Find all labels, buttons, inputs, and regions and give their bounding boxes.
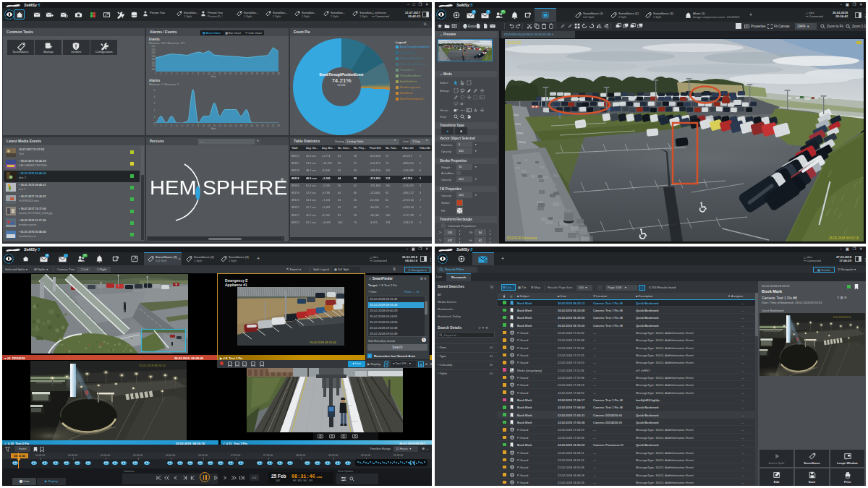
- svg-text:8: 8: [197, 72, 199, 75]
- svg-text:2: 2: [166, 72, 167, 75]
- svg-text:9: 9: [203, 124, 205, 127]
- svg-text:0: 0: [156, 124, 156, 127]
- svg-text:18: 18: [250, 72, 253, 75]
- svg-text:13: 13: [224, 72, 226, 75]
- svg-text:4: 4: [176, 124, 178, 127]
- svg-text:20: 20: [261, 124, 264, 127]
- svg-text:1: 1: [154, 116, 156, 119]
- svg-text:0: 0: [156, 72, 156, 75]
- svg-text:2: 2: [166, 124, 167, 127]
- svg-text:21: 21: [267, 124, 270, 127]
- svg-text:6: 6: [187, 124, 188, 127]
- svg-text:22: 22: [272, 124, 275, 127]
- svg-text:2: 2: [154, 109, 156, 112]
- svg-text:4: 4: [176, 72, 178, 75]
- svg-text:10: 10: [208, 124, 210, 127]
- svg-text:19: 19: [256, 72, 259, 75]
- svg-text:400: 400: [151, 58, 155, 61]
- svg-text:21: 21: [267, 72, 270, 75]
- svg-text:8: 8: [197, 124, 199, 127]
- svg-text:300: 300: [151, 61, 155, 64]
- svg-text:12: 12: [218, 72, 221, 75]
- svg-text:19: 19: [256, 124, 259, 127]
- svg-text:6: 6: [187, 72, 188, 75]
- svg-text:100: 100: [151, 68, 155, 71]
- svg-text:600: 600: [151, 51, 155, 54]
- svg-text:17: 17: [245, 124, 248, 127]
- svg-text:25.02.2018 08:26:10: 25.02.2018 08:26:10: [139, 364, 166, 367]
- svg-text:DDZ4230: DDZ4230: [507, 41, 522, 45]
- svg-text:4: 4: [154, 95, 156, 98]
- svg-text:5: 5: [154, 89, 156, 92]
- svg-text:13: 13: [224, 124, 226, 127]
- svg-text:7: 7: [192, 124, 194, 127]
- svg-text:15: 15: [234, 72, 237, 75]
- svg-text:26.02.2018 09:03:19: 26.02.2018 09:03:19: [829, 236, 859, 240]
- svg-text:DDZ4230 Panomera: DDZ4230 Panomera: [507, 236, 537, 240]
- svg-text:5: 5: [182, 72, 183, 75]
- svg-text:10: 10: [208, 72, 210, 75]
- svg-text:23: 23: [277, 124, 280, 127]
- svg-text:14: 14: [229, 124, 232, 127]
- svg-text:3: 3: [171, 72, 172, 75]
- svg-text:200: 200: [151, 64, 155, 67]
- svg-text:1: 1: [161, 72, 162, 75]
- svg-text:17: 17: [245, 72, 248, 75]
- svg-text:500: 500: [151, 55, 155, 58]
- svg-text:3: 3: [171, 124, 172, 127]
- svg-text:16: 16: [240, 72, 243, 75]
- svg-text:18: 18: [250, 124, 253, 127]
- svg-text:9: 9: [203, 72, 205, 75]
- svg-text:22: 22: [272, 72, 275, 75]
- svg-text:26.02.2018 08:31:46: 26.02.2018 08:31:46: [310, 341, 336, 344]
- svg-text:3: 3: [154, 102, 156, 105]
- svg-text:700: 700: [151, 48, 155, 51]
- svg-text:1: 1: [161, 124, 162, 127]
- svg-text:7: 7: [192, 72, 194, 75]
- svg-text:14: 14: [229, 72, 232, 75]
- svg-text:5: 5: [182, 124, 183, 127]
- svg-text:800: 800: [151, 46, 155, 48]
- svg-text:20: 20: [261, 72, 264, 75]
- svg-text:15: 15: [234, 124, 237, 127]
- svg-text:12: 12: [218, 124, 221, 127]
- svg-text:16: 16: [240, 124, 243, 127]
- svg-text:23: 23: [277, 72, 280, 75]
